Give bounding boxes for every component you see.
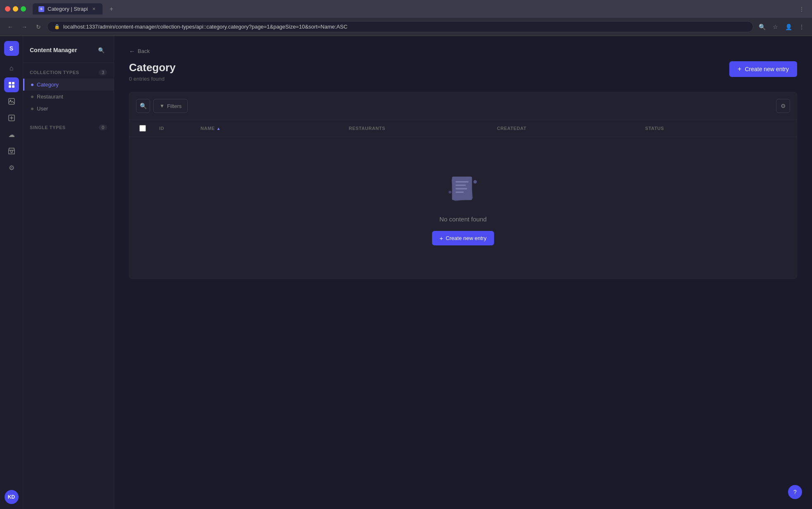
table-search-icon: 🔍: [140, 103, 147, 109]
header-restaurants-label: RESTAURANTS: [349, 126, 385, 131]
nav-item-category-label: Category: [37, 82, 59, 88]
table-header: ID NAME ▲ RESTAURANTS CREATEDAT STATUS: [129, 120, 797, 137]
bookmark-icon[interactable]: ☆: [770, 22, 781, 32]
empty-create-plus-icon: +: [439, 235, 443, 242]
header-status[interactable]: STATUS: [642, 120, 791, 137]
sidebar-home-btn[interactable]: ⌂: [4, 61, 19, 76]
tab-title: Category | Strapi: [48, 6, 88, 12]
sidebar-content-builder-btn[interactable]: [4, 110, 19, 125]
browser-options-btn[interactable]: ⋮: [796, 22, 807, 32]
gear-icon: ⚙: [781, 103, 786, 109]
user-avatar[interactable]: KD: [5, 490, 19, 504]
zoom-icon[interactable]: 🔍: [757, 22, 767, 32]
collection-types-count: 3: [99, 70, 107, 75]
table-container: 🔍 ▼ Filters ⚙: [129, 92, 797, 279]
table-toolbar: 🔍 ▼ Filters ⚙: [129, 92, 797, 120]
new-tab-btn[interactable]: +: [106, 4, 117, 14]
nav-dot-category: [31, 84, 33, 86]
sidebar-marketplace-btn[interactable]: ☁: [4, 127, 19, 142]
back-link[interactable]: ← Back: [129, 48, 150, 55]
sidebar-shop-btn[interactable]: [4, 144, 19, 158]
header-restaurants[interactable]: RESTAURANTS: [346, 120, 494, 137]
nav-item-restaurant[interactable]: Restaurant: [23, 91, 114, 103]
create-new-entry-btn-empty[interactable]: + Create new entry: [432, 231, 494, 245]
sidebar-content-manager-btn[interactable]: [4, 77, 19, 92]
back-arrow-icon: ←: [129, 48, 135, 55]
refresh-btn[interactable]: ↻: [33, 22, 44, 32]
nav-search-btn[interactable]: 🔍: [96, 44, 107, 56]
filters-label: Filters: [167, 103, 182, 109]
create-btn-plus-icon: +: [738, 65, 741, 73]
svg-point-16: [473, 180, 477, 183]
entries-count: 0 entries found: [129, 76, 176, 82]
browser-nav-actions: 🔍 ☆ 👤 ⋮: [757, 22, 807, 32]
help-btn[interactable]: ?: [788, 485, 802, 499]
page-title: Category: [129, 61, 176, 74]
filters-btn[interactable]: ▼ Filters: [153, 99, 188, 113]
table-search-btn[interactable]: 🔍: [136, 99, 150, 113]
sort-asc-icon: ▲: [217, 126, 221, 131]
icon-sidebar-top: S ⌂: [4, 41, 19, 488]
header-name-label: NAME: [201, 126, 215, 131]
browser-title-bar: S Category | Strapi ✕ + ⋮: [0, 0, 812, 18]
close-window-btn[interactable]: [5, 6, 10, 12]
address-bar[interactable]: 🔒 localhost:1337/admin/content-manager/c…: [47, 21, 753, 32]
header-id-label: ID: [159, 126, 164, 131]
forward-btn[interactable]: →: [19, 22, 30, 32]
empty-state-title: No content found: [439, 216, 487, 223]
svg-rect-13: [456, 185, 466, 186]
svg-point-17: [449, 191, 451, 194]
create-btn-label: Create new entry: [745, 66, 789, 72]
table-toolbar-left: 🔍 ▼ Filters: [136, 99, 188, 113]
lock-icon: 🔒: [54, 24, 60, 29]
single-types-label: SINGLE TYPES: [30, 125, 66, 130]
nav-item-user[interactable]: User: [23, 103, 114, 115]
header-createdat[interactable]: CREATEDAT: [494, 120, 642, 137]
nav-item-user-label: User: [37, 106, 48, 112]
maximize-window-btn[interactable]: [21, 6, 26, 12]
single-types-header: SINGLE TYPES 0: [23, 125, 114, 134]
profile-icon[interactable]: 👤: [783, 22, 794, 32]
nav-dot-user: [31, 108, 33, 110]
collection-types-section: COLLECTION TYPES 3 Category Restaurant U…: [23, 63, 114, 118]
traffic-lights: [5, 6, 26, 12]
nav-item-restaurant-label: Restaurant: [37, 94, 63, 100]
page-header: Category 0 entries found + Create new en…: [129, 61, 797, 82]
back-btn[interactable]: ←: [5, 22, 16, 32]
sidebar-media-btn[interactable]: [4, 94, 19, 109]
browser-menu-btn[interactable]: ⋮: [796, 4, 807, 14]
browser-chrome: S Category | Strapi ✕ + ⋮ ← → ↻ 🔒 localh…: [0, 0, 812, 36]
url-text: localhost:1337/admin/content-manager/col…: [63, 24, 347, 30]
nav-sidebar-title: Content Manager: [30, 47, 77, 53]
help-btn-container: ?: [788, 485, 802, 499]
icon-sidebar-bottom: KD: [5, 490, 19, 504]
collection-types-header: COLLECTION TYPES 3: [23, 70, 114, 79]
svg-rect-14: [456, 188, 467, 190]
header-checkbox-cell: [136, 120, 156, 137]
page-header-left: Category 0 entries found: [129, 61, 176, 82]
tab-favicon: S: [38, 6, 44, 12]
back-label: Back: [138, 48, 150, 54]
icon-sidebar: S ⌂: [0, 36, 23, 509]
nav-sidebar: Content Manager 🔍 COLLECTION TYPES 3 Cat…: [23, 36, 114, 509]
tab-close-btn[interactable]: ✕: [91, 6, 97, 12]
header-name[interactable]: NAME ▲: [197, 120, 346, 137]
create-new-entry-btn-top[interactable]: + Create new entry: [729, 61, 797, 77]
filter-icon: ▼: [160, 103, 165, 109]
svg-rect-12: [456, 181, 469, 182]
svg-rect-0: [9, 82, 11, 84]
header-createdat-label: CREATEDAT: [497, 126, 526, 131]
svg-rect-15: [456, 192, 464, 193]
collection-types-label: COLLECTION TYPES: [30, 70, 79, 75]
browser-tab[interactable]: S Category | Strapi ✕: [33, 3, 103, 14]
sidebar-settings-btn[interactable]: ⚙: [4, 160, 19, 175]
app-container: S ⌂: [0, 36, 812, 509]
table-settings-btn[interactable]: ⚙: [776, 99, 790, 113]
single-types-section: SINGLE TYPES 0: [23, 118, 114, 137]
header-id: ID: [156, 120, 197, 137]
minimize-window-btn[interactable]: [13, 6, 18, 12]
select-all-checkbox[interactable]: [139, 125, 146, 132]
nav-item-category[interactable]: Category: [23, 79, 114, 91]
svg-rect-3: [12, 85, 14, 88]
strapi-logo: S: [4, 41, 19, 56]
